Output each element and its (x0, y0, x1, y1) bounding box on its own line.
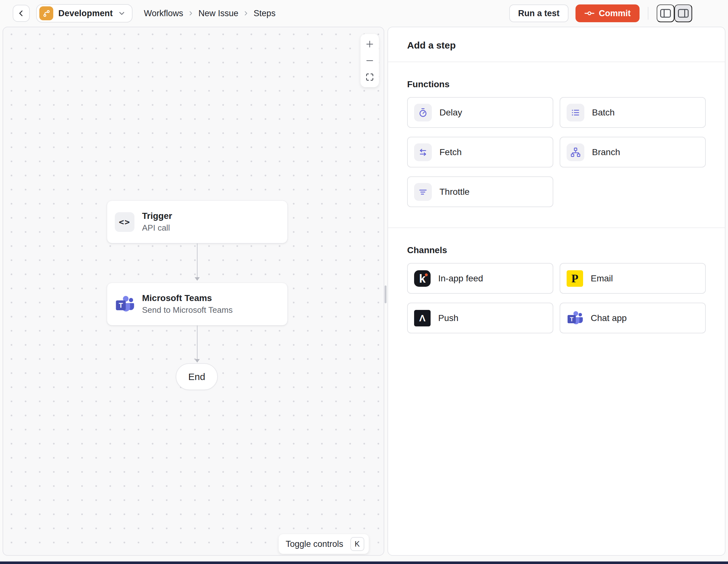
function-card-throttle[interactable]: Throttle (407, 176, 553, 207)
end-node[interactable]: End (176, 363, 218, 390)
panel-header: Add a step (388, 27, 725, 62)
zoom-controls (361, 34, 379, 87)
commit-button[interactable]: Commit (575, 4, 640, 22)
teams-node[interactable]: T Microsoft Teams Send to Microsoft Team… (107, 283, 288, 326)
trigger-node-title: Trigger (142, 211, 172, 221)
channel-card-in-app-feed[interactable]: k In-app feed (407, 263, 553, 294)
minus-icon (365, 56, 374, 65)
end-node-label: End (188, 372, 205, 382)
breadcrumb-steps[interactable]: Steps (250, 9, 279, 18)
panel-left-icon (660, 8, 671, 18)
delay-stopwatch-icon (414, 104, 432, 121)
trigger-node[interactable]: <> Trigger API call (107, 200, 288, 243)
back-button[interactable] (13, 5, 30, 22)
channels-section: Channels k In-app feed P Email Λ Push (388, 228, 725, 354)
keyboard-shortcut-key: K (350, 537, 364, 551)
workflow-canvas[interactable]: <> Trigger API call T Microsoft Teams Se… (3, 27, 384, 556)
toggle-right-panel-button[interactable] (674, 4, 692, 22)
function-card-delay[interactable]: Delay (407, 97, 553, 128)
toggle-left-panel-button[interactable] (657, 4, 674, 22)
commit-label: Commit (599, 9, 631, 18)
channel-card-label: Email (591, 273, 613, 284)
channel-card-push[interactable]: Λ Push (407, 303, 553, 334)
panel-title: Add a step (407, 40, 706, 51)
window-bottom-edge (0, 561, 728, 564)
environment-switcher[interactable]: Development (36, 4, 133, 23)
throttle-filter-icon (414, 183, 432, 201)
edge-teams-to-end (197, 326, 198, 359)
edge-trigger-to-teams (197, 243, 198, 277)
zoom-out-button[interactable] (361, 52, 379, 69)
breadcrumb: Workflows New Issue Steps (141, 9, 279, 18)
environment-label: Development (58, 9, 113, 18)
chevron-left-icon (17, 9, 25, 17)
channel-card-label: Push (438, 313, 458, 323)
batch-list-icon (567, 104, 584, 121)
edge-arrowhead (195, 359, 200, 363)
plus-icon (365, 39, 374, 49)
channel-card-label: Chat app (591, 313, 627, 323)
code-icon: <> (115, 212, 134, 232)
svg-text:T: T (119, 302, 123, 309)
microsoft-teams-icon: T (115, 295, 134, 314)
toggle-controls-label: Toggle controls (286, 539, 343, 549)
chevron-right-icon (243, 10, 249, 16)
functions-section: Functions Delay Batch (388, 62, 725, 227)
chevron-right-icon (188, 10, 194, 16)
function-card-label: Fetch (439, 147, 462, 157)
panel-right-icon (678, 8, 689, 18)
environment-branch-icon (39, 6, 53, 20)
function-card-label: Batch (592, 107, 615, 118)
channels-section-label: Channels (407, 245, 706, 255)
branch-tree-icon (567, 143, 584, 161)
channel-card-chat-app[interactable]: T Chat app (560, 303, 706, 334)
topbar-divider (648, 7, 648, 20)
teams-node-title: Microsoft Teams (142, 293, 233, 303)
panel-scrollbar-thumb[interactable] (385, 286, 387, 303)
fetch-arrows-icon (414, 143, 432, 161)
teams-node-subtitle: Send to Microsoft Teams (142, 305, 233, 315)
svg-text:T: T (570, 316, 574, 322)
functions-section-label: Functions (407, 79, 706, 89)
breadcrumb-new-issue[interactable]: New Issue (195, 9, 242, 18)
fit-view-icon (365, 73, 374, 81)
knock-feed-icon: k (414, 270, 431, 287)
top-bar: Development Workflows New Issue Steps Ru… (0, 0, 728, 27)
postmark-email-icon: P (567, 270, 583, 287)
commit-icon (584, 10, 595, 17)
edge-arrowhead (195, 277, 200, 281)
push-provider-icon: Λ (414, 310, 431, 327)
function-card-label: Branch (592, 147, 620, 157)
breadcrumb-workflows[interactable]: Workflows (141, 9, 186, 18)
chevron-down-icon (118, 10, 126, 17)
function-card-batch[interactable]: Batch (560, 97, 706, 128)
notification-dot (425, 273, 428, 276)
function-card-fetch[interactable]: Fetch (407, 137, 553, 167)
function-card-label: Delay (439, 107, 462, 118)
function-card-branch[interactable]: Branch (560, 137, 706, 167)
toggle-controls-button[interactable]: Toggle controls K (279, 534, 369, 554)
trigger-node-subtitle: API call (142, 223, 172, 233)
channel-card-email[interactable]: P Email (560, 263, 706, 294)
function-card-label: Throttle (439, 187, 470, 197)
microsoft-teams-icon: T (567, 310, 583, 327)
window-bottom-gap (0, 556, 728, 561)
zoom-in-button[interactable] (361, 36, 379, 52)
channel-card-label: In-app feed (438, 273, 483, 284)
fit-view-button[interactable] (361, 69, 379, 85)
add-step-panel: Add a step Functions Delay (387, 27, 725, 556)
run-a-test-button[interactable]: Run a test (509, 4, 569, 22)
